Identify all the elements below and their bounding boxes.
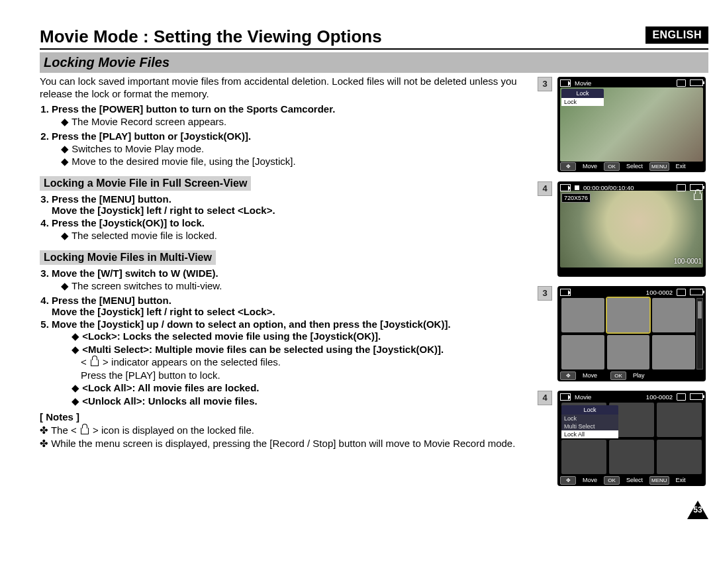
manual-page: ENGLISH Movie Mode : Setting the Viewing… [40, 26, 708, 519]
card-icon [677, 184, 686, 191]
lcd-screen: Movie Lock Lock ✥Move OKSelect MENUExit [557, 77, 706, 172]
multi-step-3: Move the [W/T] switch to W (WIDE). The s… [52, 268, 526, 293]
note-1: The < > icon is displayed on the locked … [40, 424, 526, 437]
menu-tab-head: Lock [561, 405, 618, 415]
step-1-sub: The Movie Record screen appears. [61, 116, 526, 128]
ok-pill: OK [604, 476, 620, 485]
lcd-screen: 00:00:00/00:10:40 720X576 100-0001 [557, 181, 706, 277]
intro-text: You can lock saved important movie files… [40, 75, 526, 101]
note-2: While the menu screen is displayed, pres… [40, 437, 526, 450]
stop-icon [575, 185, 579, 190]
language-badge: ENGLISH [645, 26, 708, 44]
menu-pill: MENU [649, 162, 669, 171]
page-title: Movie Mode : Setting the Viewing Options [40, 26, 708, 47]
menu-item-multiselect: Multi Select [561, 422, 618, 430]
screenshot-4: 4 Movie 100-0002 Lock [538, 391, 708, 486]
step-2: Press the [PLAY] button or [Joystick(OK)… [52, 130, 526, 168]
lcd-screen: Movie 100-0002 Lock Lock Multi Select [557, 391, 706, 486]
lcd-screen: 100-0002 ✥Move OKPlay [557, 286, 706, 381]
ok-pill: OK [610, 371, 626, 380]
screenshot-1: 3 Movie Lock Lock ✥Move [538, 77, 708, 172]
full-step-4-sub: The selected movie file is locked. [61, 230, 526, 242]
screenshot-3: 3 100-0002 ✥Move [538, 286, 708, 381]
ok-pill: OK [604, 162, 620, 171]
step-2-sub1: Switches to Movie Play mode. [61, 143, 526, 156]
file-number: 100-0001 [674, 258, 702, 265]
screenshot-2: 4 00:00:00/00:10:40 720X576 100-0001 [538, 181, 708, 277]
movie-icon [560, 393, 571, 401]
movie-icon [560, 184, 571, 191]
option-unlockall: <Unlock All>: Unlocks all movie files. [72, 395, 526, 408]
screenshot-step-number: 3 [538, 286, 552, 301]
rule [40, 48, 708, 50]
menu-pill: MENU [649, 476, 669, 485]
resolution-badge: 720X576 [561, 193, 591, 203]
step-1: Press the [POWER] button to turn on the … [52, 103, 526, 128]
menu-item-lockall: Lock All [561, 430, 618, 438]
menu-tab-head: Lock [561, 89, 604, 98]
menu-tab-item: Lock [561, 98, 604, 106]
notes-heading: [ Notes ] [40, 411, 526, 422]
lock-icon [81, 428, 89, 434]
multi-step-3-sub: The screen switches to multi-view. [61, 280, 526, 293]
option-multiselect: <Multi Select>: Multiple movie files can… [72, 343, 526, 382]
card-icon [677, 79, 686, 87]
section-heading: Locking Movie Files [40, 52, 708, 73]
option-lockall: <Lock All>: All movie files are locked. [72, 381, 526, 395]
battery-icon [690, 289, 703, 295]
main-text-column: You can lock saved important movie files… [40, 73, 526, 519]
dpad-icon: ✥ [560, 476, 576, 485]
card-icon [677, 393, 686, 401]
dpad-icon: ✥ [560, 371, 576, 380]
lock-icon [91, 360, 99, 366]
battery-icon [690, 79, 703, 86]
multi-step-5: Move the [Joystick] up / down to select … [52, 318, 526, 407]
full-step-4: Press the [Joystick(OK)] to lock. The se… [52, 217, 526, 242]
full-step-3: Press the [MENU] button. Move the [Joyst… [52, 193, 526, 216]
subhead-multiview: Locking Movie Files in Multi-View [40, 250, 216, 265]
multi-step-4: Press the [MENU] button. Move the [Joyst… [52, 295, 526, 317]
screenshot-step-number: 4 [538, 391, 552, 405]
movie-icon [560, 79, 571, 87]
dpad-icon: ✥ [560, 162, 576, 171]
menu-item-lock: Lock [561, 415, 618, 422]
movie-icon [560, 289, 571, 296]
battery-icon [690, 393, 703, 400]
screenshot-step-number: 3 [538, 77, 552, 91]
card-icon [677, 289, 686, 296]
page-number: 53 [687, 501, 708, 519]
step-2-sub2: Move to the desired movie file, using th… [61, 156, 526, 168]
screenshot-step-number: 4 [538, 181, 552, 196]
option-lock: <Lock>: Locks the selected movie file us… [72, 330, 526, 343]
subhead-fullscreen: Locking a Movie File in Full Screen-View [40, 176, 251, 191]
lock-icon [694, 193, 702, 200]
screenshot-column: 3 Movie Lock Lock ✥Move [538, 73, 708, 519]
scrollbar [696, 298, 703, 369]
